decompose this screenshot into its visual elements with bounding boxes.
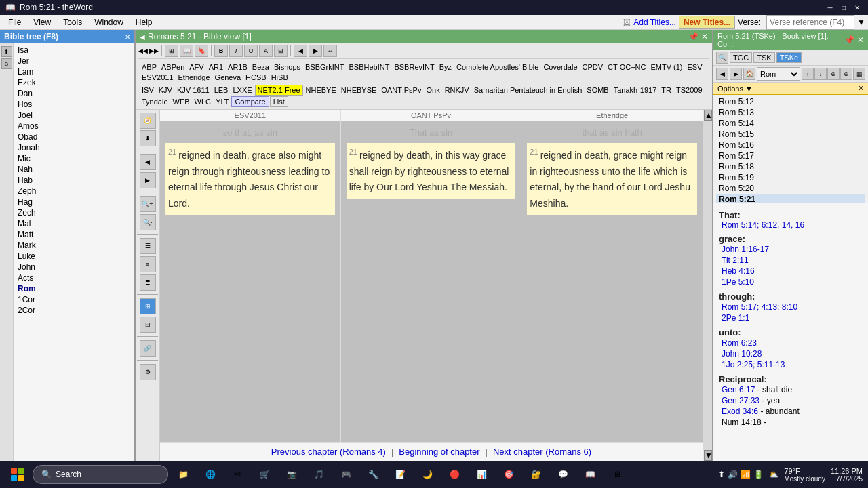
version-btn-ar1b[interactable]: AR1B [226, 62, 250, 72]
menu-help[interactable]: Help [130, 16, 158, 28]
tree-item-jonah[interactable]: Jonah [15, 142, 133, 153]
taskbar-search-bar[interactable]: 🔍 Search [33, 465, 168, 484]
icon-1[interactable]: ⬆ [1, 46, 12, 57]
version-btn-bsbgrkint[interactable]: BSBGrkINT [303, 62, 346, 72]
taskbar-app-3[interactable]: 🎮 [334, 462, 358, 487]
version-btn-leb[interactable]: LEB [212, 85, 231, 95]
taskbar-app-9[interactable]: 🎯 [496, 462, 521, 487]
taskbar-clock[interactable]: 11:26 PM 7/7/2025 [831, 467, 863, 483]
tree-item-mal[interactable]: Mal [15, 218, 133, 229]
version-btn-samaritan-pentateuch-in-english[interactable]: Samaritan Pentateuch in English [472, 85, 585, 95]
tree-item-hab[interactable]: Hab [15, 175, 133, 186]
side-btn-down[interactable]: ⬇ [140, 130, 156, 146]
version-btn-bsbrevint[interactable]: BSBRevINT [392, 62, 436, 72]
tree-item-john[interactable]: John [15, 262, 133, 272]
tsk-nav-btn-2[interactable]: ↓ [814, 68, 827, 80]
icon-color[interactable]: A [259, 45, 273, 57]
tsk-reciprocal-ref-link[interactable]: Exod 34:6 [722, 407, 758, 416]
version-btn-web[interactable]: WEB [171, 97, 192, 106]
side-btn-settings[interactable]: ⚙ [140, 364, 156, 380]
version-btn-emtv--1-[interactable]: EMTV (1) [648, 62, 684, 72]
version-btn-esv[interactable]: ESV [686, 62, 705, 72]
version-btn-ts2009[interactable]: TS2009 [674, 85, 705, 95]
icon-bold[interactable]: B [214, 45, 228, 57]
tree-item-obad[interactable]: Obad [15, 131, 133, 142]
tsk-nav-btn-1[interactable]: ↑ [802, 68, 814, 80]
taskbar-app-11[interactable]: 💬 [551, 462, 575, 487]
close-button[interactable]: ✕ [852, 2, 863, 13]
bible-tree-close[interactable]: ✕ [125, 33, 130, 41]
verse-dropdown-btn[interactable]: ▼ [857, 18, 865, 27]
tsk-unto-ref[interactable]: 1Jo 2:25; 5:11-13 [722, 359, 863, 370]
taskbar-app-2[interactable]: 🎵 [307, 462, 331, 487]
taskbar-app-store[interactable]: 🛒 [252, 462, 277, 487]
version-btn-tyndale[interactable]: Tyndale [140, 97, 170, 106]
side-btn-nav1[interactable]: ◀ [140, 154, 156, 170]
version-btn-complete-apostles--bible[interactable]: Complete Apostles' Bible [454, 62, 540, 72]
tree-item-joel[interactable]: Joel [15, 110, 133, 121]
taskbar-app-12[interactable]: 📖 [578, 462, 602, 487]
icon-2[interactable]: B [1, 58, 12, 69]
tsk-verse-item[interactable]: Rom 5:17 [716, 150, 865, 161]
side-btn-zoom-out[interactable]: 🔍- [140, 214, 156, 230]
taskbar-app-1[interactable]: 📷 [279, 462, 304, 487]
icon-left[interactable]: ◀ [294, 45, 307, 57]
version-btn-hisb[interactable]: HiSB [269, 73, 290, 82]
tsk-through-ref[interactable]: 2Pe 1:1 [722, 312, 863, 323]
verse-ref-input[interactable] [766, 15, 854, 30]
tsk-verse-item[interactable]: Rom 5:13 [716, 107, 865, 118]
version-btn-compare[interactable]: Compare [231, 96, 269, 107]
version-btn-oant-pspv[interactable]: OANT PsPv [379, 85, 423, 95]
tsk-icon-1[interactable]: 🔍 [716, 52, 728, 64]
minimize-button[interactable]: ─ [825, 2, 835, 13]
version-btn-abpen[interactable]: ABPen [159, 62, 186, 72]
tree-item-amos[interactable]: Amos [15, 121, 133, 131]
toolbar-fwd[interactable]: ▶▶ [149, 47, 159, 54]
tsk-tsk-btn[interactable]: TSK [753, 52, 774, 63]
version-btn-esv2011[interactable]: ESV2011 [140, 73, 175, 82]
tray-icon-4[interactable]: 🔋 [753, 470, 764, 479]
taskbar-app-5[interactable]: 📝 [388, 462, 412, 487]
tsk-reciprocal-ref-link[interactable]: Gen 6:17 [722, 385, 755, 394]
tsk-options-close[interactable]: ✕ [858, 84, 864, 93]
tree-item-rom[interactable]: Rom [15, 283, 133, 294]
scroll-down[interactable]: ▼ [704, 450, 712, 461]
version-btn-tanakh-1917[interactable]: Tanakh-1917 [612, 85, 659, 95]
tree-item-zech[interactable]: Zech [15, 207, 133, 218]
version-btn-hcsb[interactable]: HCSB [243, 73, 269, 82]
version-btn-afv[interactable]: AFV [187, 62, 205, 72]
toolbar-back[interactable]: ◀◀ [138, 47, 148, 54]
menu-tools[interactable]: Tools [58, 16, 87, 28]
add-titles-link[interactable]: Add Titles... [633, 18, 676, 27]
tsk-verse-item[interactable]: Rom 5:19 [716, 172, 865, 183]
tree-item-ezek[interactable]: Ezek [15, 77, 133, 88]
version-btn-geneva[interactable]: Geneva [213, 73, 243, 82]
version-btn-somb[interactable]: SOMB [585, 85, 610, 95]
tsk-verse-item[interactable]: Rom 5:12 [716, 96, 865, 107]
tree-item-lam[interactable]: Lam [15, 66, 133, 77]
tsk-options-label[interactable]: Options ▼ [717, 85, 753, 93]
version-btn-nhebye[interactable]: NHEBYE [304, 85, 338, 95]
side-btn-link[interactable]: 🔗 [140, 340, 156, 357]
tree-item-hag[interactable]: Hag [15, 197, 133, 207]
side-btn-compass[interactable]: 🧭 [140, 113, 156, 129]
version-btn-kjv-1611[interactable]: KJV 1611 [175, 85, 212, 95]
tsk-nav-back[interactable]: ◀ [716, 68, 728, 80]
taskbar-app-mail[interactable]: ✉ [225, 462, 250, 487]
tree-item-zeph[interactable]: Zeph [15, 186, 133, 197]
version-btn-kjv[interactable]: KJV [157, 85, 174, 95]
tsk-grace-ref[interactable]: Heb 4:16 [722, 266, 863, 277]
tsk-nav-fwd[interactable]: ▶ [730, 68, 742, 80]
icon-compare[interactable]: ⊞ [165, 45, 178, 57]
bible-panel-pin[interactable]: 📌 [688, 32, 698, 41]
tree-item-nah[interactable]: Nah [15, 164, 133, 175]
nav-next-link[interactable]: Next chapter (Romans 6) [493, 447, 591, 457]
version-btn-list[interactable]: List [270, 96, 288, 107]
tsk-grace-ref[interactable]: 1Pe 5:10 [722, 277, 863, 287]
taskbar-app-10[interactable]: 🔐 [524, 462, 548, 487]
tree-item-1cor[interactable]: 1Cor [15, 294, 133, 305]
tsk-nav-btn-5[interactable]: ▦ [853, 68, 865, 80]
menu-view[interactable]: View [28, 16, 56, 28]
tsk-verse-item[interactable]: Rom 5:14 [716, 118, 865, 129]
tsk-verse-select[interactable]: Rom [757, 67, 800, 81]
